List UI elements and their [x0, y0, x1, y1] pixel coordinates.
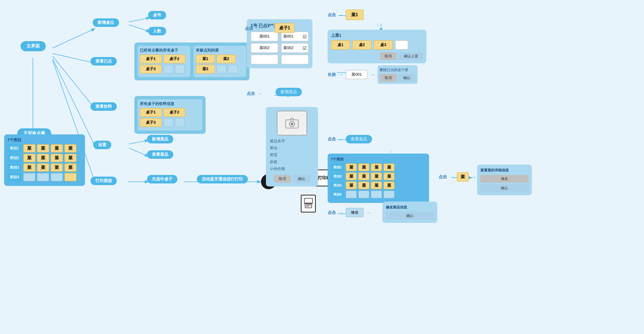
cat1-dish3[interactable]: 菜	[51, 144, 63, 152]
svg-point-30	[291, 123, 293, 125]
drinks-table1[interactable]: 桌子1	[140, 108, 162, 117]
down-arrow-vd: ↓	[389, 148, 392, 154]
edit-dish-title: 修改菜品信息	[386, 205, 434, 210]
menu002-left: 菜002	[251, 43, 278, 53]
drinks-table3[interactable]: 桌子3	[140, 118, 162, 127]
rcat2-dish4[interactable]: 菜	[384, 172, 395, 180]
form-cancel-btn[interactable]: 取消	[274, 175, 291, 183]
serve-table1[interactable]: 桌1	[331, 40, 350, 50]
cat4-placeholder2	[37, 173, 49, 181]
serve-table3[interactable]: 桌3	[374, 40, 393, 50]
click-dish-detail-area: 点击 → 菜 →	[439, 172, 476, 182]
detail-edit-btn[interactable]: 修改	[480, 175, 529, 183]
click-text-edit: 点击	[328, 210, 336, 215]
serve-confirm-btn[interactable]: 确认上菜	[399, 52, 423, 60]
cat2-dish3[interactable]: 菜	[51, 154, 63, 162]
rcat4-p4	[384, 191, 395, 198]
table1-btn[interactable]: 桌子1	[140, 55, 162, 63]
rcat2-dish3[interactable]: 菜	[371, 172, 382, 180]
click-text-1: 点击	[245, 26, 253, 31]
form-confirm-btn[interactable]: 确认	[293, 175, 310, 183]
print-receipt-label: 打印票据	[90, 177, 117, 185]
menu001-check[interactable]: 菜001 ☑	[281, 32, 309, 41]
click-edit-area: 点击 → 修改 →	[328, 208, 371, 217]
rcat1-dish2[interactable]: 菜	[358, 163, 369, 171]
dish3-btn[interactable]: 菜3	[196, 65, 215, 73]
ordered-tables-title: 已经有点餐的所有桌子	[140, 48, 188, 53]
svg-line-6	[129, 18, 149, 22]
serve-dish-title: 上菜1	[331, 33, 423, 38]
cat3-dish4[interactable]: 菜	[64, 163, 76, 172]
main-menu-panel: 7个类别 类别1 菜 菜 菜 菜 类别2 菜 菜 菜 菜 类别3 菜 菜 菜 菜…	[4, 134, 85, 186]
dish-detail-panel: 查看菜的详细信息 修改 确认	[477, 165, 532, 195]
drinks-table2[interactable]: 桌子2	[163, 108, 185, 117]
view-ordered-node: 查看已点	[90, 57, 117, 66]
arrows-svg	[0, 0, 644, 334]
print-receipt-node: 打印票据	[90, 177, 117, 185]
table3-btn[interactable]: 桌子3	[140, 65, 162, 73]
camera-icon	[277, 111, 307, 135]
add-table-node: 新增桌位	[93, 18, 119, 27]
view-drinks-label: 查看饮料	[90, 102, 117, 111]
rcat1-dish1[interactable]: 菜	[346, 163, 357, 171]
rcat1-dish4[interactable]: 菜	[384, 163, 395, 171]
view-ordered-label: 查看已点	[90, 57, 117, 66]
serve-table2[interactable]: 桌2	[352, 40, 371, 50]
main-label: 主界面	[21, 41, 46, 51]
rcat3-dish4[interactable]: 菜	[384, 182, 395, 189]
new-dish-center-label: 新增菜品	[276, 88, 302, 96]
menu-empty2	[281, 55, 309, 64]
svg-line-8	[129, 140, 148, 144]
menu002-check[interactable]: 菜002 ☑	[281, 43, 309, 53]
rcat2-dish2[interactable]: 菜	[358, 172, 369, 180]
view-drinks-node: 查看饮料	[90, 102, 117, 111]
dish1-btn[interactable]: 菜1	[196, 55, 215, 63]
dish-click-btn[interactable]: 菜	[457, 172, 469, 182]
cat2-dish2[interactable]: 菜	[37, 154, 49, 162]
edit-btn-box[interactable]: 修改	[346, 208, 364, 217]
settings-label: 设置	[93, 141, 111, 149]
rcat3-dish1[interactable]: 菜	[346, 182, 357, 189]
drinks-panel-title: 所有桌子的饮料信息	[140, 101, 200, 106]
cat4-label-left: 类别4	[7, 173, 22, 181]
cat2-dish4[interactable]: 菜	[64, 154, 76, 162]
settings-node: 设置	[93, 141, 111, 149]
cat1-dish2[interactable]: 菜	[37, 144, 49, 152]
svg-line-2	[53, 56, 95, 108]
select-table-label: 先选中桌子	[147, 175, 177, 183]
cat2-dish1[interactable]: 菜	[23, 154, 35, 162]
serve-cancel-btn[interactable]: 取消	[380, 52, 397, 60]
rcat1-dish3[interactable]: 菜	[371, 163, 382, 171]
edit-confirm-btn[interactable]: 确认	[386, 212, 434, 220]
rcat3-dish2[interactable]: 菜	[358, 182, 369, 189]
ordered-tables-panel: 已经有点餐的所有桌子 桌子1 桌子2 桌子3 有被点到的菜 菜1 菜2 菜3	[134, 43, 249, 80]
cat3-dish2[interactable]: 菜	[37, 163, 49, 172]
view-dish-panel-right: 7个类别 类别1 菜 菜 菜 菜 类别2 菜 菜 菜 菜 类别3 菜 菜 菜 菜…	[328, 154, 429, 203]
table2-btn[interactable]: 桌子2	[163, 55, 185, 63]
detail-confirm-btn[interactable]: 确认	[480, 184, 529, 192]
delete-cancel-btn[interactable]: 取消	[380, 74, 397, 82]
rcat2-dish1[interactable]: 菜	[346, 172, 357, 180]
cat3-dish3[interactable]: 菜	[51, 163, 63, 172]
cat3-dish1[interactable]: 菜	[23, 163, 35, 172]
diagram: 主界面 新增桌位 桌号 人数 查看已点 查看饮料 设置 新增菜品 查看菜品 打印…	[0, 0, 644, 334]
people-count-label: 人数	[148, 27, 166, 35]
click-label-2: 点击 →	[247, 90, 262, 97]
dishes-ordered-title: 有被点到的菜	[196, 48, 244, 53]
dish2-btn[interactable]: 菜2	[217, 55, 236, 63]
delete-confirm-btn[interactable]: 确认	[398, 74, 415, 82]
click-label-1: 点击 →	[245, 26, 260, 32]
menu001-left: 菜001	[251, 32, 278, 41]
new-dish-pill-center: 新增菜品	[276, 88, 302, 96]
start-bt-label: 启动蓝牙通信进行打印	[197, 175, 248, 183]
delete-text: 删除已点的这个菜	[380, 67, 415, 72]
menu-empty1	[251, 55, 278, 64]
dish-form-text: 菜品名字单位类型价格小份价格	[270, 138, 285, 172]
cat3-label-left: 类别3	[7, 163, 22, 172]
cat3-right: 类别3	[331, 182, 344, 189]
rcat3-dish3[interactable]: 菜	[371, 182, 382, 189]
cat1-dish4[interactable]: 菜	[64, 144, 76, 152]
view-dish-label: 查看菜品	[147, 150, 173, 159]
click-label-view-dish: 点击 → 查看菜品	[328, 135, 372, 143]
cat1-dish1[interactable]: 菜	[23, 144, 35, 152]
